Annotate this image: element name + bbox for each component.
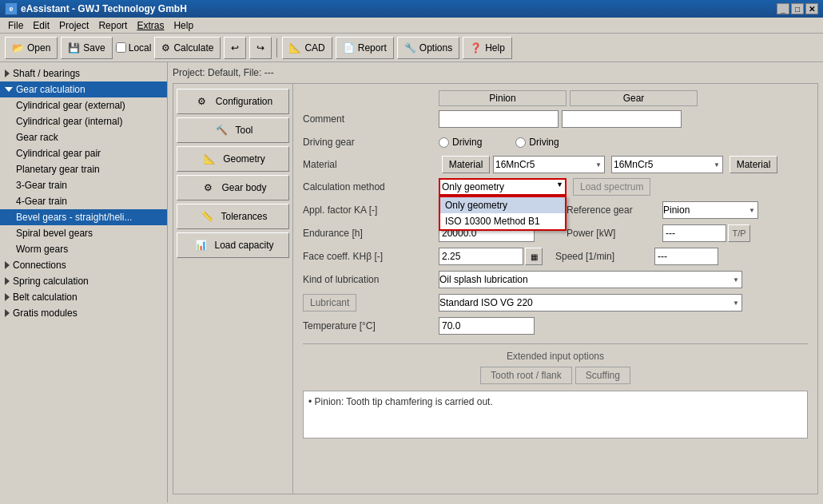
notes-area: • Pinion: Tooth tip chamfering is carrie… [303,391,808,439]
notes-text: • Pinion: Tooth tip chamfering is carrie… [308,396,493,407]
power-input[interactable] [662,224,726,242]
comment-pinion-input[interactable] [439,110,559,128]
sidebar-item-worm[interactable]: Worm gears [0,241,167,257]
open-button[interactable]: 📂 Open [5,37,58,59]
report-icon: 📄 [343,42,355,54]
calc-method-label: Calculation method [303,181,439,192]
driving-pinion-label: Driving [452,137,482,148]
sidebar-item-cyl-ext[interactable]: Cylindrical gear (external) [0,97,167,113]
material-pinion-button[interactable]: Material [442,156,490,173]
sidebar-item-spiral[interactable]: Spiral bevel gears [0,225,167,241]
material-gear-select[interactable]: 16MnCr5 [611,156,723,173]
face-coeff-calc-button[interactable]: ▦ [525,248,543,265]
menu-report[interactable]: Report [93,18,132,33]
lubrication-select[interactable]: Oil splash lubrication [439,271,742,288]
tp-button[interactable]: T/P [728,224,750,242]
close-button[interactable]: ✕ [805,3,818,14]
menu-file[interactable]: File [3,18,28,33]
calc-method-select[interactable]: Only geometry ISO 10300 Method B1 [439,178,567,196]
tolerances-button[interactable]: 📏 Tolerances [177,204,289,229]
content-area: Project: Default, File: --- ⚙ Configurat… [168,62,823,502]
lubricant-select[interactable]: Standard ISO VG 220 [439,294,742,312]
material-row: Material Material 16MnCr5 ▼ 16MnCr5 ▼ [303,156,808,173]
material-pinion-select[interactable]: 16MnCr5 [493,156,605,173]
sidebar-group-belt[interactable]: Belt calculation [0,289,167,305]
lubricant-row: Lubricant Standard ISO VG 220 ▼ [303,293,808,312]
load-spectrum-button: Load spectrum [573,178,650,196]
geometry-icon: 📐 [201,150,218,168]
geometry-button[interactable]: 📐 Geometry [177,146,289,172]
comment-row: Comment [303,109,808,129]
face-speed-row: Face coeff. KHβ [-] ▦ Speed [1/min] [303,247,808,266]
comment-gear-input[interactable] [562,110,682,128]
menu-bar: File Edit Project Report Extras Help [0,18,823,34]
minimize-button[interactable]: _ [777,3,789,14]
temperature-label: Temperature [°C] [303,320,439,331]
sidebar-group-spring[interactable]: Spring calculation [0,273,167,289]
menu-project[interactable]: Project [54,18,93,33]
driving-pinion-group: Driving [439,137,482,148]
sidebar-item-gear-rack[interactable]: Gear rack [0,129,167,145]
report-button[interactable]: 📄 Report [336,37,394,59]
gear-header: Gear [570,90,698,106]
load-capacity-button[interactable]: 📊 Load capacity [177,232,289,258]
sidebar-group-shaft[interactable]: Shaft / bearings [0,65,167,81]
maximize-button[interactable]: □ [791,3,804,14]
configuration-button[interactable]: ⚙ Configuration [177,89,289,114]
driving-gear-radio[interactable] [515,137,526,148]
separator-1 [276,38,277,58]
reference-gear-select[interactable]: Pinion [662,201,758,219]
endurance-label: Endurance [h] [303,228,439,239]
sidebar-item-planetary[interactable]: Planetary gear train [0,161,167,177]
cad-button[interactable]: 📐 CAD [282,37,332,59]
options-button[interactable]: 🔧 Options [397,37,459,59]
gear-body-icon: ⚙ [199,179,217,196]
redo-button[interactable]: ↪ [249,37,272,59]
app-icon: e [5,2,18,15]
inner-panel: ⚙ Configuration 🔨 Tool 📐 Geometry ⚙ Gear… [173,83,818,494]
redo-icon: ↪ [256,42,264,54]
options-icon: 🔧 [404,42,416,54]
lubrication-select-wrapper: Oil splash lubrication ▼ [439,271,742,288]
undo-button[interactable]: ↩ [224,37,246,59]
tool-button[interactable]: 🔨 Tool [177,117,289,143]
save-button[interactable]: 💾 Save [61,37,112,59]
sidebar-item-3gear[interactable]: 3-Gear train [0,177,167,193]
dropdown-only-geometry[interactable]: Only geometry [440,197,565,213]
chevron-right-icon-4 [5,293,10,301]
sidebar-group-connections[interactable]: Connections [0,257,167,273]
sidebar-group-gear-header[interactable]: Gear calculation [0,81,167,97]
menu-extras[interactable]: Extras [132,18,169,33]
local-checkbox[interactable] [116,42,126,53]
sidebar-item-cyl-int[interactable]: Cylindrical gear (internal) [0,113,167,129]
gear-body-button[interactable]: ⚙ Gear body [177,175,289,200]
open-icon: 📂 [12,42,24,54]
tooth-root-button: Tooth root / flank [480,367,572,384]
power-label: Power [kW] [567,228,662,239]
chevron-right-icon-3 [5,277,10,285]
driving-gear-label: Driving gear [303,137,439,148]
project-label: Project: Default, File: --- [173,67,818,78]
sidebar-item-4gear[interactable]: 4-Gear train [0,193,167,209]
speed-label: Speed [1/min] [555,251,651,262]
driving-gear-row: Driving gear Driving Driving [303,133,808,152]
sidebar-group-gratis[interactable]: Gratis modules [0,305,167,321]
calculate-button[interactable]: ⚙ Calculate [154,37,221,59]
temperature-input[interactable] [439,317,535,335]
driving-gear-label: Driving [529,137,559,148]
speed-group: Speed [1/min] [555,248,718,265]
dropdown-iso-method[interactable]: ISO 10300 Method B1 [440,213,565,229]
lubrication-label: Kind of lubrication [303,274,439,285]
face-coeff-input[interactable] [439,248,523,265]
title-bar: e eAssistant - GWJ Technology GmbH _ □ ✕ [0,0,823,18]
calculate-icon: ⚙ [161,42,170,54]
sidebar-item-cyl-pair[interactable]: Cylindrical gear pair [0,145,167,161]
speed-input[interactable] [654,248,718,265]
material-gear-button[interactable]: Material [730,156,777,173]
menu-help[interactable]: Help [169,18,198,33]
menu-edit[interactable]: Edit [28,18,54,33]
help-button[interactable]: ❓ Help [463,37,512,59]
lubricant-select-wrapper: Standard ISO VG 220 ▼ [439,294,742,312]
sidebar-item-bevel[interactable]: Bevel gears - straight/heli... [0,209,167,225]
driving-pinion-radio[interactable] [439,137,449,148]
